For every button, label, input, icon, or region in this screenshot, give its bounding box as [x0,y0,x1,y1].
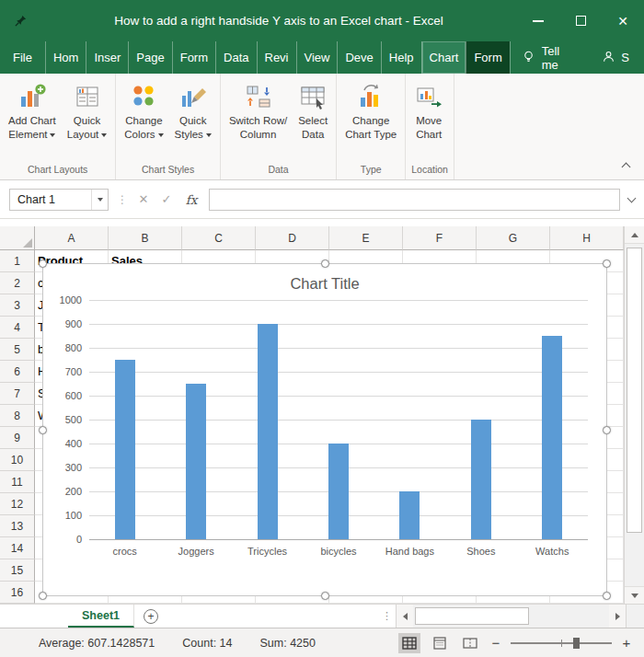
scroll-left-button[interactable] [397,605,413,628]
move-chart-button[interactable]: Move Chart [408,78,449,162]
row-header-2[interactable]: 2 [0,272,35,294]
chart-bar[interactable] [399,491,420,539]
row-header-13[interactable]: 13 [0,515,35,537]
share-button[interactable]: S [587,41,644,74]
change-colors-button[interactable]: Change Colors [119,78,168,162]
row-header-6[interactable]: 6 [0,361,35,383]
row-header-14[interactable]: 14 [0,537,35,559]
sheet-tab-bar: Sheet1 + ⋮ [0,604,644,628]
collapse-ribbon-icon[interactable] [622,163,631,172]
tab-developer[interactable]: Deve [337,41,380,74]
zoom-slider-thumb[interactable] [573,638,580,649]
selection-handle[interactable] [321,259,329,268]
sheet-tab-sheet1[interactable]: Sheet1 [68,605,134,628]
change-chart-type-button[interactable]: Change Chart Type [339,78,402,162]
chart-bar[interactable] [186,384,206,539]
row-header-12[interactable]: 12 [0,493,35,515]
vertical-scroll-track[interactable] [625,244,644,586]
quick-layout-button[interactable]: Quick Layout [62,78,113,162]
select-all-button[interactable] [0,226,35,250]
row-header-16[interactable]: 16 [0,582,35,604]
page-layout-view-button[interactable] [429,633,451,653]
chart-bar[interactable] [115,360,135,539]
select-data-button[interactable]: Select Data [293,78,333,162]
scroll-right-button[interactable] [609,605,626,628]
switch-row-column-button[interactable]: Switch Row/ Column [224,78,293,162]
chart[interactable]: Chart Title 1000900800700600500400300200… [42,263,607,596]
tab-insert[interactable]: Inser [86,41,128,74]
page-break-view-button[interactable] [459,633,481,653]
tab-data[interactable]: Data [215,41,256,74]
group-label-location: Location [406,162,454,179]
zoom-in-button[interactable]: + [620,635,633,651]
row-header-7[interactable]: 7 [0,383,35,405]
vertical-scroll-thumb[interactable] [627,248,642,533]
tab-chart-design[interactable]: Chart [421,41,466,74]
tab-view[interactable]: View [296,41,338,74]
count-stat: Count: 14 [182,637,232,650]
selection-handle[interactable] [39,592,47,600]
insert-function-button[interactable]: fx [182,192,201,207]
row-header-1[interactable]: 1 [0,250,35,272]
column-header-D[interactable]: D [256,226,329,250]
tab-home[interactable]: Hom [45,41,86,74]
name-box-dropdown-icon[interactable] [92,190,108,210]
column-header-H[interactable]: H [550,226,624,250]
horizontal-scroll-track[interactable] [413,607,609,625]
row-header-11[interactable]: 11 [0,471,35,493]
tab-splitter-icon[interactable]: ⋮ [378,605,396,628]
chart-bar[interactable] [258,324,278,539]
add-chart-element-button[interactable]: Add Chart Element [3,78,62,162]
formula-input[interactable] [209,189,620,211]
enter-button[interactable]: ✓ [159,192,174,206]
tell-me-button[interactable]: Tell me [510,41,588,74]
scroll-down-button[interactable] [625,586,644,604]
column-header-A[interactable]: A [35,226,109,250]
tab-formulas[interactable]: Form [172,41,215,74]
column-header-E[interactable]: E [329,226,403,250]
selection-handle[interactable] [39,259,47,268]
quick-styles-button[interactable]: Quick Styles [169,78,217,162]
chart-bar[interactable] [542,336,562,539]
horizontal-scroll-thumb[interactable] [415,607,529,625]
horizontal-scrollbar[interactable] [396,605,626,628]
row-header-3[interactable]: 3 [0,294,35,317]
tab-page-layout[interactable]: Page [128,41,171,74]
name-box[interactable]: Chart 1 [9,189,109,211]
expand-formula-bar-icon[interactable] [627,193,637,202]
zoom-slider[interactable] [511,637,612,650]
tab-format[interactable]: Form [466,41,509,74]
column-header-B[interactable]: B [109,226,182,250]
column-header-F[interactable]: F [403,226,477,250]
row-header-8[interactable]: 8 [0,405,35,427]
normal-view-button[interactable] [398,633,420,653]
close-button[interactable]: ✕ [602,0,644,41]
new-sheet-button[interactable]: + [134,605,167,628]
category-label: crocs [89,546,160,557]
chart-title[interactable]: Chart Title [43,264,606,294]
selection-handle[interactable] [603,592,611,600]
tab-help[interactable]: Help [381,41,421,74]
column-header-C[interactable]: C [182,226,256,250]
vertical-scrollbar[interactable] [624,226,644,604]
zoom-out-button[interactable]: − [489,635,502,651]
cancel-button[interactable]: ✕ [136,192,151,206]
selection-handle[interactable] [321,592,329,600]
row-header-5[interactable]: 5 [0,339,35,361]
tab-review[interactable]: Revi [257,41,296,74]
column-header-G[interactable]: G [477,226,550,250]
selection-handle[interactable] [603,426,611,434]
scroll-up-button[interactable] [625,226,644,244]
row-header-15[interactable]: 15 [0,559,35,582]
drag-handle-icon[interactable]: ⋮ [117,193,128,206]
row-header-10[interactable]: 10 [0,449,35,471]
tab-file[interactable]: File [0,41,45,74]
row-header-4[interactable]: 4 [0,317,35,339]
selection-handle[interactable] [39,426,47,434]
chart-bar[interactable] [471,420,491,539]
minimize-button[interactable] [517,0,559,41]
selection-handle[interactable] [603,259,611,268]
row-header-9[interactable]: 9 [0,427,35,449]
maximize-button[interactable] [559,0,602,41]
chart-bar[interactable] [328,444,349,539]
